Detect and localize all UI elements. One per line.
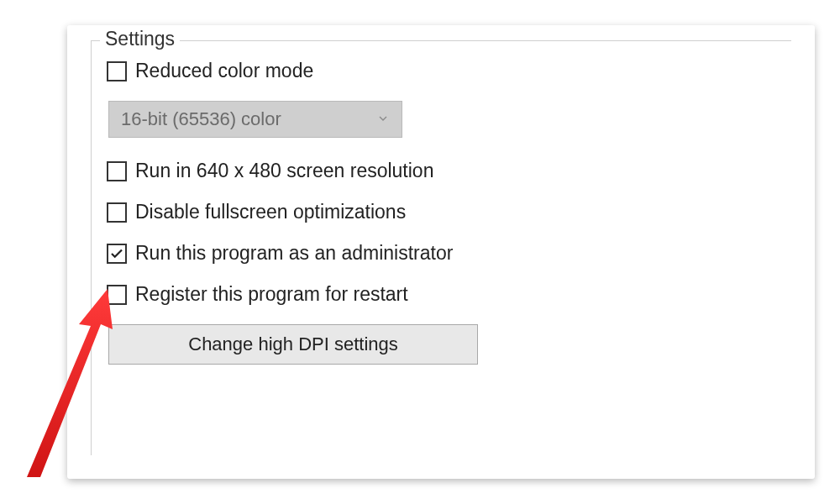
checkbox-run-as-admin[interactable]: [107, 244, 127, 264]
checkbox-run-640x480[interactable]: [107, 161, 127, 181]
option-reduced-color: Reduced color mode: [107, 60, 791, 82]
label-register-restart[interactable]: Register this program for restart: [135, 283, 408, 306]
chevron-down-icon: [376, 109, 390, 129]
settings-groupbox: Settings Reduced color mode 16-bit (6553…: [91, 40, 791, 455]
color-depth-selected: 16-bit (65536) color: [121, 108, 281, 130]
checkmark-icon: [109, 246, 124, 261]
settings-panel: Settings Reduced color mode 16-bit (6553…: [67, 25, 815, 479]
change-dpi-button[interactable]: Change high DPI settings: [108, 324, 478, 365]
checkbox-disable-fullscreen[interactable]: [107, 202, 127, 223]
checkbox-register-restart[interactable]: [107, 285, 127, 305]
label-disable-fullscreen[interactable]: Disable fullscreen optimizations: [135, 201, 406, 223]
change-dpi-label: Change high DPI settings: [188, 333, 398, 355]
label-run-640x480[interactable]: Run in 640 x 480 screen resolution: [135, 160, 433, 182]
color-depth-dropdown: 16-bit (65536) color: [108, 101, 402, 138]
label-reduced-color[interactable]: Reduced color mode: [135, 60, 313, 82]
groupbox-legend: Settings: [100, 28, 180, 50]
option-register-restart: Register this program for restart: [107, 283, 791, 306]
label-run-as-admin[interactable]: Run this program as an administrator: [135, 242, 453, 265]
option-disable-fullscreen: Disable fullscreen optimizations: [107, 201, 791, 223]
option-run-as-admin: Run this program as an administrator: [107, 242, 791, 265]
option-run-640x480: Run in 640 x 480 screen resolution: [107, 160, 791, 182]
checkbox-reduced-color[interactable]: [107, 61, 127, 81]
